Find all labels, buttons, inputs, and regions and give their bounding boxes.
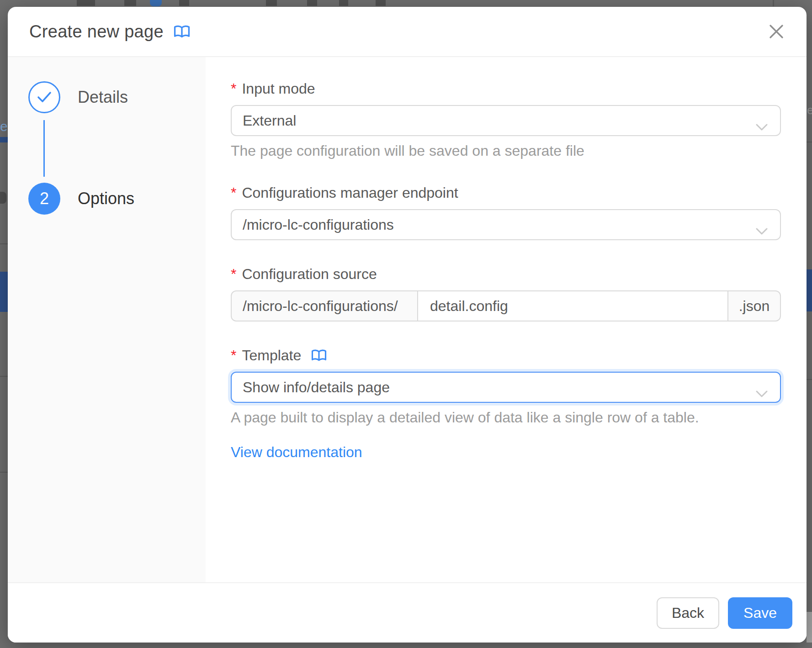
endpoint-label: * Configurations manager endpoint	[231, 183, 781, 203]
template-select[interactable]: Show info/details page	[231, 372, 781, 403]
create-page-modal: Create new page Details 2 Opt	[8, 7, 807, 643]
source-input-group: /micro-lc-configurations/ .json	[231, 290, 781, 321]
close-x-icon	[768, 23, 785, 40]
background-artifact	[266, 0, 277, 6]
background-artifact: e	[0, 120, 8, 133]
save-button[interactable]: Save	[728, 597, 792, 629]
background-artifact	[773, 0, 774, 6]
step-options-indicator[interactable]: 2	[28, 183, 60, 215]
view-documentation-link[interactable]: View documentation	[231, 442, 362, 462]
chevron-down-icon	[755, 385, 768, 401]
modal-footer: Back Save	[8, 582, 807, 643]
template-value: Show info/details page	[243, 379, 390, 396]
background-artifact	[0, 272, 8, 312]
background-artifact	[807, 612, 812, 643]
background-artifact	[807, 379, 812, 380]
background-artifact	[124, 0, 136, 6]
required-asterisk: *	[231, 345, 236, 365]
endpoint-value: /micro-lc-configurations	[243, 216, 394, 233]
required-asterisk: *	[231, 183, 236, 203]
source-suffix-addon: .json	[727, 290, 781, 321]
background-artifact	[150, 0, 162, 6]
input-mode-helper: The page configuration will be saved on …	[231, 141, 781, 161]
step-details-label[interactable]: Details	[78, 81, 128, 113]
source-label: * Configuration source	[231, 264, 781, 284]
chevron-down-icon	[755, 222, 768, 239]
template-label: * Template	[231, 345, 781, 365]
background-artifact	[77, 0, 95, 6]
chevron-down-icon	[755, 118, 768, 135]
background-artifact	[0, 472, 8, 473]
modal-body: Details 2 Options * Input mode External …	[8, 57, 807, 582]
back-button[interactable]: Back	[657, 597, 719, 629]
background-artifact	[179, 0, 189, 6]
input-mode-label: * Input mode	[231, 79, 781, 99]
options-form: * Input mode External The page configura…	[206, 57, 807, 582]
required-asterisk: *	[231, 79, 236, 99]
close-button[interactable]	[764, 19, 789, 44]
background-artifact	[307, 0, 317, 6]
background-artifact	[0, 137, 8, 142]
step-details-indicator[interactable]	[28, 81, 60, 113]
background-artifact	[0, 243, 8, 244]
background-artifact	[0, 376, 8, 377]
endpoint-select[interactable]: /micro-lc-configurations	[231, 209, 781, 240]
source-filename-input[interactable]	[418, 291, 727, 321]
open-book-icon[interactable]	[311, 349, 327, 362]
background-artifact	[339, 0, 348, 6]
background-artifact	[807, 142, 812, 142]
stepper-sidebar: Details 2 Options	[8, 57, 206, 582]
source-input-wrap	[417, 290, 728, 321]
input-mode-value: External	[243, 112, 296, 129]
step-number: 2	[40, 189, 49, 208]
page-title: Create new page	[29, 22, 164, 42]
background-artifact: e	[807, 104, 812, 116]
background-artifact	[807, 269, 812, 311]
template-helper: A page built to display a detailed view …	[231, 407, 781, 427]
check-icon	[37, 91, 52, 104]
source-prefix-addon: /micro-lc-configurations/	[231, 290, 418, 321]
step-connector	[43, 120, 45, 177]
background-artifact	[376, 0, 386, 6]
step-options-label[interactable]: Options	[78, 183, 134, 215]
modal-header: Create new page	[8, 7, 807, 57]
background-artifact	[0, 192, 6, 204]
input-mode-select[interactable]: External	[231, 105, 781, 136]
required-asterisk: *	[231, 264, 236, 284]
open-book-icon[interactable]	[174, 25, 190, 39]
